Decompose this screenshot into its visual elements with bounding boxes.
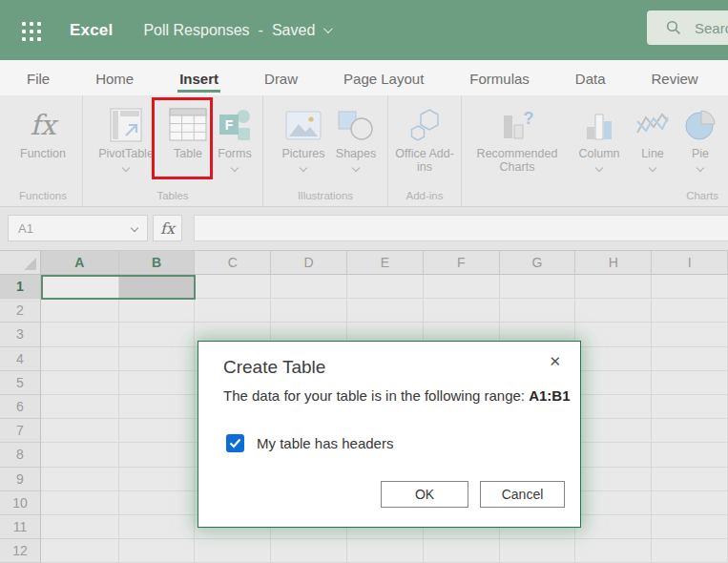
column-header-a[interactable]: A bbox=[41, 251, 119, 274]
column-header-g[interactable]: G bbox=[500, 251, 576, 274]
column-header-i[interactable]: I bbox=[652, 251, 728, 274]
grid-cell-b10[interactable] bbox=[119, 491, 196, 515]
office-addins-button[interactable]: Office Add-ins bbox=[394, 103, 455, 175]
grid-cell-a12[interactable] bbox=[41, 539, 119, 563]
row-header-3[interactable]: 3 bbox=[0, 323, 41, 346]
row-header-1[interactable]: 1 bbox=[0, 275, 41, 299]
grid-cell-d1[interactable] bbox=[271, 275, 347, 299]
column-header-h[interactable]: H bbox=[575, 251, 652, 274]
grid-cell-a9[interactable] bbox=[41, 468, 119, 491]
tab-formulas[interactable]: Formulas bbox=[468, 63, 531, 93]
grid-cell-a5[interactable] bbox=[41, 371, 119, 395]
grid-cell-c12[interactable] bbox=[195, 539, 271, 563]
grid-cell-c1[interactable] bbox=[195, 275, 271, 299]
grid-cell-i11[interactable] bbox=[652, 515, 728, 539]
grid-cell-i6[interactable] bbox=[652, 395, 728, 419]
grid-cell-h10[interactable] bbox=[575, 491, 652, 515]
tab-insert[interactable]: Insert bbox=[177, 63, 220, 93]
grid-cell-i3[interactable] bbox=[652, 323, 728, 346]
grid-cell-b3[interactable] bbox=[119, 323, 196, 346]
grid-cell-e2[interactable] bbox=[347, 299, 424, 323]
forms-button[interactable]: F Forms bbox=[213, 103, 257, 171]
tab-data[interactable]: Data bbox=[573, 63, 608, 93]
cancel-button[interactable]: Cancel bbox=[480, 481, 565, 508]
tab-draw[interactable]: Draw bbox=[262, 63, 300, 93]
grid-cell-f1[interactable] bbox=[424, 275, 500, 299]
grid-cell-h3[interactable] bbox=[575, 323, 652, 346]
formula-input[interactable] bbox=[194, 215, 728, 241]
row-header-12[interactable]: 12 bbox=[0, 539, 41, 563]
grid-cell-f2[interactable] bbox=[424, 299, 500, 323]
tab-review[interactable]: Review bbox=[650, 63, 700, 93]
column-header-b[interactable]: B bbox=[119, 251, 196, 274]
recommended-charts-button[interactable]: ? Recommended Charts bbox=[468, 103, 567, 175]
grid-cell-h1[interactable] bbox=[575, 275, 652, 299]
select-all-button[interactable] bbox=[0, 251, 41, 274]
grid-cell-e12[interactable] bbox=[347, 539, 424, 563]
tab-page-layout[interactable]: Page Layout bbox=[342, 63, 426, 93]
grid-cell-b6[interactable] bbox=[119, 395, 196, 419]
grid-cell-i8[interactable] bbox=[652, 443, 728, 467]
grid-cell-d2[interactable] bbox=[271, 299, 347, 323]
grid-cell-b9[interactable] bbox=[119, 468, 196, 491]
close-icon[interactable]: ✕ bbox=[549, 354, 561, 368]
grid-cell-h11[interactable] bbox=[575, 515, 652, 539]
row-header-7[interactable]: 7 bbox=[0, 419, 41, 443]
grid-cell-b4[interactable] bbox=[119, 347, 196, 371]
grid-cell-i2[interactable] bbox=[652, 299, 728, 323]
grid-cell-i9[interactable] bbox=[652, 468, 728, 491]
pictures-button[interactable]: Pictures bbox=[277, 103, 330, 171]
name-box[interactable]: A1 bbox=[8, 215, 148, 241]
grid-cell-a3[interactable] bbox=[41, 323, 119, 346]
chevron-down-icon[interactable] bbox=[595, 164, 603, 172]
grid-cell-g12[interactable] bbox=[500, 539, 576, 563]
app-launcher-icon[interactable] bbox=[19, 19, 41, 41]
grid-cell-b2[interactable] bbox=[119, 299, 196, 323]
chevron-down-icon[interactable] bbox=[649, 164, 656, 172]
function-button[interactable]: fx Function bbox=[10, 103, 76, 160]
grid-cell-a8[interactable] bbox=[41, 443, 119, 467]
tab-home[interactable]: Home bbox=[94, 63, 135, 93]
grid-cell-d12[interactable] bbox=[271, 539, 347, 563]
column-header-f[interactable]: F bbox=[424, 251, 500, 274]
row-header-4[interactable]: 4 bbox=[0, 347, 41, 371]
grid-cell-i10[interactable] bbox=[652, 491, 728, 515]
grid-cell-a7[interactable] bbox=[41, 419, 119, 443]
grid-cell-i5[interactable] bbox=[652, 371, 728, 395]
insert-function-button[interactable]: fx bbox=[153, 215, 182, 241]
shapes-button[interactable]: Shapes bbox=[330, 103, 382, 171]
row-header-6[interactable]: 6 bbox=[0, 395, 41, 419]
grid-cell-b7[interactable] bbox=[119, 419, 196, 443]
grid-cell-a11[interactable] bbox=[41, 515, 119, 539]
grid-cell-i1[interactable] bbox=[652, 275, 728, 299]
chevron-down-icon[interactable] bbox=[352, 164, 360, 172]
grid-cell-a2[interactable] bbox=[41, 299, 119, 323]
pie-chart-button[interactable]: Pie bbox=[681, 103, 719, 171]
grid-cell-h9[interactable] bbox=[575, 468, 652, 491]
grid-cell-b11[interactable] bbox=[119, 515, 196, 539]
row-header-10[interactable]: 10 bbox=[0, 491, 41, 515]
grid-cell-h12[interactable] bbox=[575, 539, 652, 563]
grid-cell-e1[interactable] bbox=[347, 275, 424, 299]
grid-cell-g2[interactable] bbox=[500, 299, 576, 323]
grid-cell-a6[interactable] bbox=[41, 395, 119, 419]
row-header-2[interactable]: 2 bbox=[0, 299, 41, 323]
row-header-11[interactable]: 11 bbox=[0, 515, 41, 539]
grid-cell-h5[interactable] bbox=[575, 371, 652, 395]
grid-cell-b12[interactable] bbox=[119, 539, 196, 563]
grid-cell-i12[interactable] bbox=[652, 539, 728, 563]
grid-cell-b5[interactable] bbox=[119, 371, 196, 395]
grid-cell-b1[interactable] bbox=[119, 275, 196, 299]
grid-cell-h2[interactable] bbox=[575, 299, 652, 323]
grid-cell-a10[interactable] bbox=[41, 491, 119, 515]
grid-cell-a4[interactable] bbox=[41, 347, 119, 371]
column-header-d[interactable]: D bbox=[271, 251, 347, 274]
grid-cell-b8[interactable] bbox=[119, 443, 196, 467]
grid-cell-h4[interactable] bbox=[575, 347, 652, 371]
tab-file[interactable]: File bbox=[25, 63, 52, 93]
grid-cell-h7[interactable] bbox=[575, 419, 652, 443]
row-header-9[interactable]: 9 bbox=[0, 468, 41, 491]
grid-cell-a1[interactable] bbox=[41, 275, 119, 299]
table-has-headers-checkbox[interactable]: My table has headers bbox=[226, 434, 393, 452]
grid-cell-h8[interactable] bbox=[575, 443, 652, 467]
